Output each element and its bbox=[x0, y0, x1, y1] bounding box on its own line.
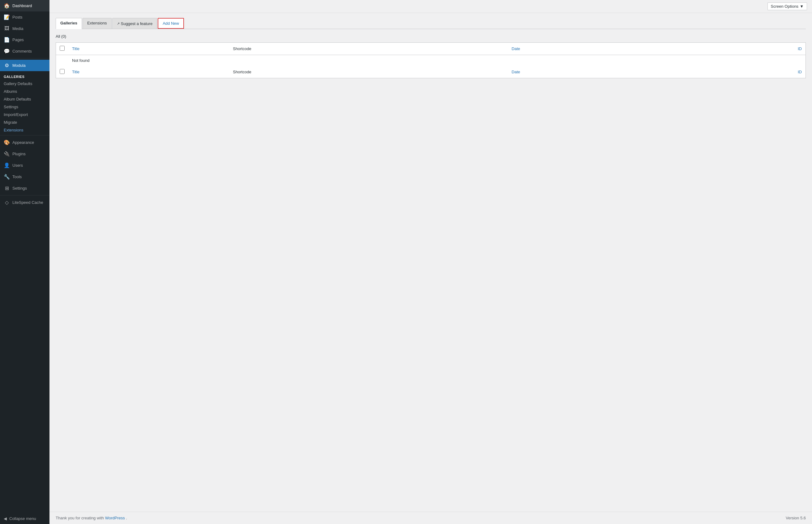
sidebar-item-label: Pages bbox=[12, 37, 24, 42]
plugins-icon: 🔌 bbox=[4, 151, 10, 157]
tab-bar: Galleries Extensions ↗ Suggest a feature… bbox=[56, 18, 806, 29]
sidebar-sub-item-settings[interactable]: Settings bbox=[0, 103, 49, 111]
th-id-label: ID bbox=[798, 46, 802, 51]
sidebar-divider-3 bbox=[0, 195, 49, 196]
modula-icon: ⚙ bbox=[4, 63, 10, 68]
sidebar-sub-item-import-export[interactable]: Import/Export bbox=[0, 111, 49, 118]
collapse-menu-label: Collapse menu bbox=[9, 516, 36, 521]
sidebar-sub-item-albums[interactable]: Albums bbox=[0, 87, 49, 95]
tab-extensions-label: Extensions bbox=[87, 21, 107, 26]
th-date[interactable]: Date bbox=[508, 43, 680, 55]
tfoot-th-id[interactable]: ID bbox=[680, 66, 806, 78]
collapse-menu-button[interactable]: ◀ Collapse menu bbox=[0, 513, 49, 524]
sidebar-item-comments[interactable]: 💬 Comments bbox=[0, 46, 49, 57]
table-row-not-found: Not found bbox=[56, 55, 806, 66]
footer-thank-you: Thank you for creating with WordPress . bbox=[56, 515, 127, 520]
sidebar-item-label: Media bbox=[12, 26, 23, 31]
footer-period: . bbox=[126, 515, 127, 520]
sidebar-item-label: Settings bbox=[12, 186, 27, 191]
table-header-row: Title Shortcode Date ID bbox=[56, 43, 806, 55]
page-footer: Thank you for creating with WordPress . … bbox=[49, 512, 812, 524]
tfoot-th-shortcode: Shortcode bbox=[229, 66, 508, 78]
tab-add-new[interactable]: Add New bbox=[158, 18, 184, 29]
sidebar-item-plugins[interactable]: 🔌 Plugins bbox=[0, 148, 49, 160]
footer-wp-link[interactable]: WordPress bbox=[105, 515, 125, 520]
topbar: Screen Options ▼ bbox=[49, 0, 812, 13]
sidebar-item-label: Modula bbox=[12, 63, 26, 68]
sidebar-item-appearance[interactable]: 🎨 Appearance bbox=[0, 137, 49, 148]
tab-add-new-label: Add New bbox=[163, 21, 179, 26]
th-title[interactable]: Title bbox=[68, 43, 229, 55]
tab-suggest-label: Suggest a feature bbox=[121, 21, 153, 26]
sidebar-sub-item-migrate[interactable]: Migrate bbox=[0, 118, 49, 126]
sidebar-item-label: Plugins bbox=[12, 151, 26, 156]
tab-extensions[interactable]: Extensions bbox=[83, 18, 112, 29]
sidebar-item-users[interactable]: 👤 Users bbox=[0, 160, 49, 171]
tfoot-th-shortcode-label: Shortcode bbox=[233, 70, 251, 74]
sidebar-sub-item-album-defaults[interactable]: Album Defaults bbox=[0, 95, 49, 103]
sidebar-item-posts[interactable]: 📝 Posts bbox=[0, 12, 49, 23]
th-shortcode-label: Shortcode bbox=[233, 46, 251, 51]
users-icon: 👤 bbox=[4, 162, 10, 168]
table-footer-row: Title Shortcode Date ID bbox=[56, 66, 806, 78]
screen-options-button[interactable]: Screen Options ▼ bbox=[767, 2, 807, 10]
sidebar-item-modula[interactable]: ⚙ Modula bbox=[0, 60, 49, 71]
page-content: Galleries Extensions ↗ Suggest a feature… bbox=[49, 13, 812, 512]
sidebar-item-litespeed[interactable]: ◇ LiteSpeed Cache bbox=[0, 197, 49, 208]
tools-icon: 🔧 bbox=[4, 174, 10, 180]
all-number: (0) bbox=[61, 34, 66, 39]
galleries-table: Title Shortcode Date ID Not found bbox=[56, 43, 806, 78]
sidebar-item-label: LiteSpeed Cache bbox=[12, 200, 43, 205]
th-shortcode: Shortcode bbox=[229, 43, 508, 55]
tfoot-th-date[interactable]: Date bbox=[508, 66, 680, 78]
tfoot-th-checkbox bbox=[56, 66, 69, 78]
pages-icon: 📄 bbox=[4, 37, 10, 43]
td-not-found: Not found bbox=[68, 55, 806, 66]
sidebar-item-label: Dashboard bbox=[12, 3, 32, 8]
tab-galleries-label: Galleries bbox=[60, 21, 77, 26]
screen-options-label: Screen Options bbox=[771, 4, 799, 9]
select-all-checkbox[interactable] bbox=[60, 46, 65, 51]
tfoot-th-date-label: Date bbox=[512, 70, 520, 74]
sidebar-sub-item-gallery-defaults[interactable]: Gallery Defaults bbox=[0, 80, 49, 87]
sidebar-item-label: Comments bbox=[12, 49, 32, 53]
tfoot-th-id-label: ID bbox=[798, 70, 802, 74]
sidebar-item-dashboard[interactable]: 🏠 Dashboard bbox=[0, 0, 49, 12]
galleries-section-header: Galleries bbox=[0, 71, 49, 80]
collapse-arrow-icon: ◀ bbox=[4, 516, 7, 521]
tab-suggest-feature[interactable]: ↗ Suggest a feature bbox=[112, 18, 157, 29]
media-icon: 🖼 bbox=[4, 26, 10, 31]
sidebar-item-label: Appearance bbox=[12, 140, 34, 145]
sidebar: 🏠 Dashboard 📝 Posts 🖼 Media 📄 Pages 💬 Co… bbox=[0, 0, 49, 524]
th-title-label: Title bbox=[72, 46, 80, 51]
sidebar-item-tools[interactable]: 🔧 Tools bbox=[0, 171, 49, 182]
tab-galleries[interactable]: Galleries bbox=[56, 18, 82, 29]
dashboard-icon: 🏠 bbox=[4, 3, 10, 9]
footer-version: Version 5.6 bbox=[786, 515, 806, 520]
td-check-empty bbox=[56, 55, 69, 66]
th-checkbox bbox=[56, 43, 69, 55]
tfoot-th-title[interactable]: Title bbox=[68, 66, 229, 78]
all-text: All bbox=[56, 34, 60, 39]
appearance-icon: 🎨 bbox=[4, 140, 10, 145]
posts-icon: 📝 bbox=[4, 14, 10, 20]
sidebar-item-label: Users bbox=[12, 163, 23, 168]
main-content-area: Screen Options ▼ Galleries Extensions ↗ … bbox=[49, 0, 812, 524]
litespeed-icon: ◇ bbox=[4, 199, 10, 206]
comments-icon: 💬 bbox=[4, 48, 10, 54]
sidebar-divider-2 bbox=[0, 135, 49, 135]
all-count-label: All (0) bbox=[56, 34, 806, 39]
th-id[interactable]: ID bbox=[680, 43, 806, 55]
sidebar-item-settings[interactable]: ⊞ Settings bbox=[0, 182, 49, 194]
sidebar-sub-item-extensions[interactable]: Extensions bbox=[0, 126, 49, 134]
sidebar-item-label: Posts bbox=[12, 15, 22, 19]
tfoot-th-title-label: Title bbox=[72, 70, 80, 74]
sidebar-item-media[interactable]: 🖼 Media bbox=[0, 23, 49, 34]
sidebar-item-pages[interactable]: 📄 Pages bbox=[0, 34, 49, 46]
sidebar-divider-1 bbox=[0, 58, 49, 59]
screen-options-arrow-icon: ▼ bbox=[800, 4, 803, 9]
select-all-footer-checkbox[interactable] bbox=[60, 69, 65, 74]
settings-icon: ⊞ bbox=[4, 185, 10, 191]
th-date-label: Date bbox=[512, 46, 520, 51]
sidebar-item-label: Tools bbox=[12, 175, 22, 179]
